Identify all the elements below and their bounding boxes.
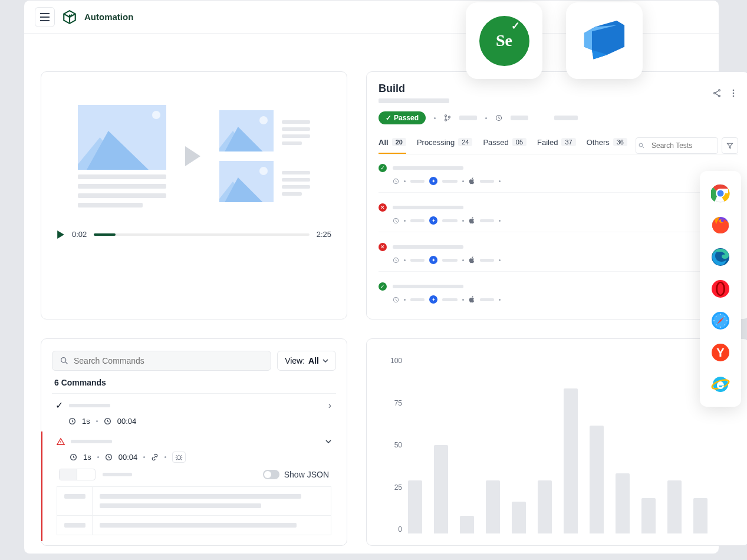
tab-all[interactable]: All20: [379, 138, 406, 154]
hamburger-icon: [40, 13, 50, 21]
search-commands-input[interactable]: [74, 356, 264, 365]
test-row[interactable]: ✓ ✦: [379, 164, 738, 193]
svg-point-1: [714, 92, 716, 94]
test-row[interactable]: ✕ ✦: [379, 243, 738, 272]
play-icon: [185, 146, 200, 166]
clock-icon: [495, 114, 502, 121]
search-tests-input[interactable]: [636, 137, 718, 154]
segment-control[interactable]: [59, 469, 96, 480]
apple-icon: [469, 177, 475, 185]
page-title: Automation: [84, 12, 133, 22]
command-timestamp: 00:04: [117, 417, 137, 426]
chart-bar: [512, 502, 526, 533]
view-value: All: [308, 356, 319, 365]
svg-point-3: [733, 89, 735, 91]
tab-processing[interactable]: Processing24: [417, 138, 473, 154]
clock-icon: [393, 218, 399, 224]
show-json-toggle[interactable]: [263, 470, 279, 479]
svg-point-10: [639, 143, 643, 147]
selenium-label: Se: [496, 31, 512, 50]
svg-point-29: [718, 283, 723, 295]
status-badge: ✓ Passed: [379, 111, 426, 124]
check-icon: ✓: [386, 114, 391, 122]
azure-devops-icon: [580, 16, 629, 65]
view-label: View:: [285, 356, 305, 365]
chart-bar: [434, 445, 448, 533]
fail-status-icon: ✕: [379, 203, 387, 212]
opera-icon: [711, 279, 730, 298]
chart-panel: 1007550250: [366, 338, 747, 546]
commands-panel: View: All 6 Commands ✓ › 1s: [41, 338, 347, 546]
command-details-table: [57, 486, 331, 535]
selenium-integration-badge: ✓ Se: [466, 2, 542, 79]
apple-icon: [469, 256, 475, 263]
chart-bar: [616, 473, 630, 533]
menu-button[interactable]: [35, 7, 55, 27]
svg-point-4: [733, 92, 735, 94]
large-image-placeholder: [78, 105, 166, 170]
firefox-icon: [711, 216, 730, 235]
edge-icon: [711, 248, 730, 266]
video-preview-panel: 0:02 2:25: [41, 71, 347, 319]
tab-count: 05: [512, 138, 526, 146]
chart-bar: [641, 498, 656, 533]
svg-point-20: [177, 456, 182, 460]
tab-label: Failed: [537, 138, 558, 147]
clock-icon: [393, 257, 399, 263]
commands-count: 6 Commands: [52, 371, 336, 393]
svg-point-0: [719, 90, 720, 91]
chevron-down-icon: [325, 440, 331, 443]
bug-button[interactable]: [172, 452, 186, 463]
safari-mini-icon: ✦: [429, 177, 437, 185]
tab-count: 37: [561, 138, 575, 146]
show-json-label: Show JSON: [284, 470, 329, 479]
test-row[interactable]: ✓ ✦: [379, 282, 738, 311]
tab-count: 36: [613, 138, 627, 146]
y-tick: 0: [384, 525, 402, 533]
safari-mini-icon: ✦: [429, 216, 437, 225]
tab-passed[interactable]: Passed05: [483, 138, 526, 154]
tab-count: 24: [458, 138, 472, 146]
command-row[interactable]: ✓ › 1s 00:04: [52, 394, 336, 431]
y-tick: 100: [384, 357, 402, 365]
status-label: Passed: [394, 114, 419, 122]
search-icon: [638, 142, 645, 149]
video-total-time: 2:25: [317, 230, 331, 239]
filter-button[interactable]: [722, 137, 738, 154]
play-button[interactable]: [57, 230, 65, 239]
build-panel: Build ✓ Passed: [366, 71, 747, 319]
check-icon: ✓: [511, 19, 520, 32]
tab-others[interactable]: Others36: [587, 138, 627, 154]
chart-bar: [590, 426, 604, 533]
tab-failed[interactable]: Failed37: [537, 138, 576, 154]
tab-label: All: [379, 138, 389, 147]
search-commands-input-wrap[interactable]: [52, 351, 271, 371]
chevron-down-icon: [323, 359, 328, 363]
browser-dock: Y: [700, 171, 741, 407]
brand-logo-icon: [62, 9, 77, 25]
test-row[interactable]: ✕ ✦: [379, 203, 738, 232]
clock-icon: [393, 297, 399, 303]
svg-point-24: [718, 190, 724, 197]
link-icon: [151, 453, 159, 461]
tab-label: Others: [587, 138, 610, 147]
azure-devops-integration-badge: [566, 2, 643, 79]
command-timestamp: 00:04: [119, 453, 138, 462]
apple-icon: [469, 296, 475, 303]
tab-label: Passed: [483, 138, 508, 147]
chart-bar: [693, 498, 707, 533]
chart-bar: [564, 388, 578, 533]
chart-bar: [538, 480, 552, 533]
y-tick: 25: [384, 483, 402, 492]
chart-bar: [486, 480, 500, 533]
chevron-right-icon: ›: [328, 400, 331, 411]
build-title: Build: [379, 83, 449, 95]
command-row[interactable]: 1s 00:04: [41, 431, 336, 541]
command-duration: 1s: [83, 453, 91, 462]
video-progress-slider[interactable]: [94, 233, 309, 236]
view-selector[interactable]: View: All: [277, 351, 336, 371]
yandex-icon: Y: [711, 343, 730, 362]
share-button[interactable]: [712, 88, 722, 98]
branch-icon: [444, 114, 451, 121]
more-button[interactable]: [729, 88, 738, 98]
